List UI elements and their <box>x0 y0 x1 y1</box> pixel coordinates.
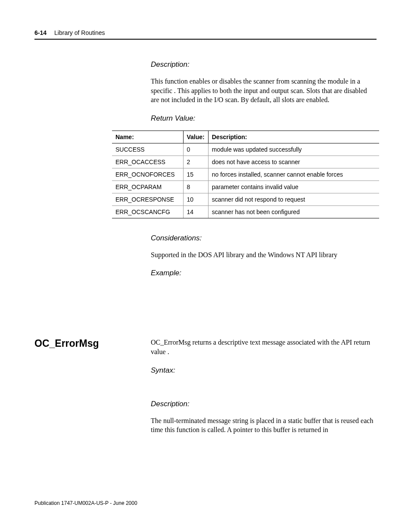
page-number: 6-14 <box>34 29 47 36</box>
table-row: ERR_OCACCESS 2 does not have access to s… <box>112 156 379 168</box>
cell-value: 10 <box>183 193 208 205</box>
cell-name: ERR_OCSCANCFG <box>112 205 183 218</box>
return-value-table-wrap: Name: Value: Description: SUCCESS 0 modu… <box>112 131 377 218</box>
section-heading: OC_ErrorMsg <box>34 338 151 349</box>
considerations-label: Considerations: <box>151 234 377 243</box>
description-text-2: The null-terminated message string is pl… <box>151 416 377 435</box>
section-body: OC_ErrorMsg returns a descriptive text m… <box>151 338 377 444</box>
col-header-value: Value: <box>183 131 208 143</box>
table-row: ERR_OCSCANCFG 14 scanner has not been co… <box>112 205 379 218</box>
footer-publication: Publication 1747-UM002A-US-P - June 2000 <box>34 500 137 506</box>
table-header-row: Name: Value: Description: <box>112 131 379 143</box>
considerations-block: Considerations: Supported in the DOS API… <box>151 234 377 278</box>
cell-name: SUCCESS <box>112 143 183 156</box>
cell-value: 0 <box>183 143 208 156</box>
cell-name: ERR_OCACCESS <box>112 156 183 168</box>
cell-value: 14 <box>183 205 208 218</box>
cell-value: 8 <box>183 180 208 193</box>
cell-desc: does not have access to scanner <box>208 156 379 168</box>
cell-value: 2 <box>183 156 208 168</box>
example-label: Example: <box>151 269 377 277</box>
table-row: SUCCESS 0 module was updated successfull… <box>112 143 379 156</box>
page-header: 6-14 Library of Routines <box>34 29 377 40</box>
section-intro: OC_ErrorMsg returns a descriptive text m… <box>151 338 377 356</box>
cell-desc: no forces installed, scanner cannot enab… <box>208 168 379 180</box>
considerations-text: Supported in the DOS API library and the… <box>151 250 377 260</box>
description-label-2: Description: <box>151 400 377 408</box>
cell-name: ERR_OCPARAM <box>112 180 183 193</box>
oc-errormsg-section: OC_ErrorMsg OC_ErrorMsg returns a descri… <box>34 338 377 444</box>
return-value-label: Return Value: <box>151 114 377 123</box>
cell-value: 15 <box>183 168 208 180</box>
cell-desc: module was updated successfully <box>208 143 379 156</box>
table-row: ERR_OCNOFORCES 15 no forces installed, s… <box>112 168 379 180</box>
header-title: Library of Routines <box>54 29 105 36</box>
cell-desc: scanner did not respond to request <box>208 193 379 205</box>
description-text: This function enables or disables the sc… <box>151 77 377 105</box>
description-block: Description: This function enables or di… <box>151 60 377 123</box>
return-value-table: Name: Value: Description: SUCCESS 0 modu… <box>112 131 379 218</box>
col-header-desc: Description: <box>208 131 379 143</box>
table-row: ERR_OCPARAM 8 parameter contains invalid… <box>112 180 379 193</box>
cell-desc: scanner has not been configured <box>208 205 379 218</box>
table-row: ERR_OCRESPONSE 10 scanner did not respon… <box>112 193 379 205</box>
cell-name: ERR_OCRESPONSE <box>112 193 183 205</box>
cell-name: ERR_OCNOFORCES <box>112 168 183 180</box>
cell-desc: parameter contains invalid value <box>208 180 379 193</box>
col-header-name: Name: <box>112 131 183 143</box>
syntax-label: Syntax: <box>151 366 377 375</box>
description-label: Description: <box>151 60 377 69</box>
